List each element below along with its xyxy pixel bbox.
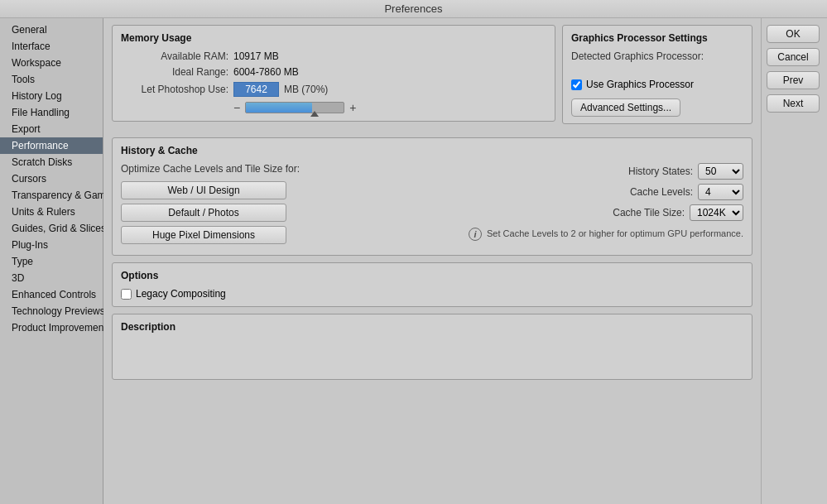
options-title: Options — [121, 270, 743, 281]
cache-tile-size-select[interactable]: 1024K 128K 256K 512K — [690, 204, 743, 221]
content-area: Memory Usage Available RAM: 10917 MB Ide… — [103, 18, 761, 504]
memory-usage-title: Memory Usage — [121, 32, 546, 44]
sidebar-item-product-improvement[interactable]: Product Improvement — [0, 319, 103, 336]
optimize-label: Optimize Cache Levels and Tile Size for: — [121, 163, 452, 175]
history-states-label: History States: — [610, 166, 693, 177]
sidebar: GeneralInterfaceWorkspaceToolsHistory Lo… — [0, 18, 103, 504]
mb-label: MB (70%) — [284, 84, 328, 95]
ok-button[interactable]: OK — [767, 25, 820, 43]
sidebar-item-general[interactable]: General — [0, 22, 103, 38]
sidebar-item-interface[interactable]: Interface — [0, 38, 103, 55]
sidebar-item-history-log[interactable]: History Log — [0, 88, 103, 104]
default-photos-button[interactable]: Default / Photos — [121, 204, 286, 222]
sidebar-item-type[interactable]: Type — [0, 253, 103, 270]
sidebar-item-3d[interactable]: 3D — [0, 270, 103, 286]
legacy-compositing-label[interactable]: Legacy Compositing — [136, 288, 226, 300]
let-use-input[interactable] — [233, 82, 279, 97]
gpu-detected-label: Detected Graphics Processor: — [571, 50, 743, 62]
info-icon: i — [469, 228, 482, 241]
dialog-buttons: OK Cancel Prev Next — [761, 18, 827, 504]
sidebar-item-file-handling[interactable]: File Handling — [0, 104, 103, 121]
legacy-compositing-row: Legacy Compositing — [121, 288, 743, 300]
options-panel: Options Legacy Compositing — [112, 262, 752, 307]
memory-slider[interactable] — [245, 102, 344, 113]
cache-tile-size-label: Cache Tile Size: — [602, 207, 685, 218]
sidebar-item-technology-previews[interactable]: Technology Previews — [0, 303, 103, 319]
sidebar-item-transparency-gamut[interactable]: Transparency & Gamut — [0, 187, 103, 204]
slider-plus-icon[interactable]: + — [349, 101, 356, 114]
use-gpu-row: Use Graphics Processor — [571, 79, 743, 90]
cancel-button[interactable]: Cancel — [767, 48, 820, 66]
description-panel: Description — [112, 314, 752, 380]
history-cache-title: History & Cache — [121, 145, 743, 156]
ideal-range-label: Ideal Range: — [121, 66, 228, 78]
prev-button[interactable]: Prev — [767, 71, 820, 89]
sidebar-item-cursors[interactable]: Cursors — [0, 170, 103, 187]
let-use-label: Let Photoshop Use: — [121, 84, 228, 95]
available-ram-value: 10917 MB — [233, 50, 279, 62]
sidebar-item-export[interactable]: Export — [0, 121, 103, 137]
slider-minus-icon[interactable]: − — [233, 101, 240, 114]
cache-levels-label: Cache Levels: — [610, 186, 693, 198]
legacy-compositing-checkbox[interactable] — [121, 289, 132, 300]
use-gpu-label[interactable]: Use Graphics Processor — [586, 79, 694, 90]
history-cache-panel: History & Cache Optimize Cache Levels an… — [112, 137, 752, 256]
available-ram-label: Available RAM: — [121, 50, 228, 62]
sidebar-item-workspace[interactable]: Workspace — [0, 55, 103, 71]
title-bar: Preferences — [0, 0, 827, 18]
sidebar-item-performance[interactable]: Performance — [0, 137, 103, 154]
history-states-select[interactable]: 50 10 20 100 — [698, 163, 743, 180]
ideal-range-value: 6004-7860 MB — [233, 66, 299, 78]
sidebar-item-units-rulers[interactable]: Units & Rulers — [0, 204, 103, 220]
description-title: Description — [121, 321, 743, 333]
memory-usage-panel: Memory Usage Available RAM: 10917 MB Ide… — [112, 25, 555, 122]
use-gpu-checkbox[interactable] — [571, 79, 582, 90]
next-button[interactable]: Next — [767, 94, 820, 113]
sidebar-item-tools[interactable]: Tools — [0, 71, 103, 88]
gpu-settings-panel: Graphics Processor Settings Detected Gra… — [562, 25, 752, 124]
sidebar-item-guides-grid-slices[interactable]: Guides, Grid & Slices — [0, 220, 103, 237]
sidebar-item-scratch-disks[interactable]: Scratch Disks — [0, 154, 103, 170]
gpu-info-text: Set Cache Levels to 2 or higher for opti… — [487, 228, 743, 239]
dialog-title: Preferences — [384, 2, 442, 15]
sidebar-item-enhanced-controls[interactable]: Enhanced Controls — [0, 286, 103, 303]
cache-levels-select[interactable]: 4 2 6 8 — [698, 184, 743, 200]
web-ui-design-button[interactable]: Web / UI Design — [121, 181, 286, 199]
advanced-settings-button[interactable]: Advanced Settings... — [571, 98, 680, 117]
gpu-settings-title: Graphics Processor Settings — [571, 32, 743, 44]
huge-pixel-button[interactable]: Huge Pixel Dimensions — [121, 226, 286, 244]
sidebar-item-plug-ins[interactable]: Plug-Ins — [0, 237, 103, 253]
